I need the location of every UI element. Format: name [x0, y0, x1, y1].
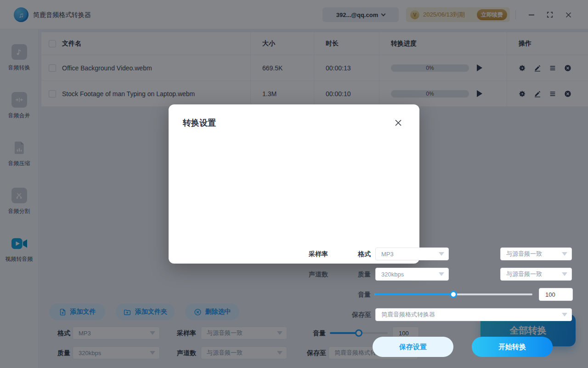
format-value: MP3	[381, 251, 394, 258]
format-select[interactable]: MP3	[375, 247, 449, 260]
save-to-value: 简鹿音频格式转换器	[381, 310, 435, 319]
close-icon	[394, 119, 402, 127]
conversion-settings-modal: 转换设置 格式 MP3 采样率 与源音频一致 质量 320kbps 声道数 与源…	[169, 104, 419, 264]
volume-label: 音量	[358, 288, 371, 301]
slider-knob[interactable]	[450, 291, 457, 298]
sample-rate-value: 与源音频一致	[506, 250, 542, 258]
volume-input[interactable]: 100	[539, 288, 573, 301]
chevron-down-icon	[562, 272, 567, 276]
quality-select[interactable]: 320kbps	[375, 268, 449, 281]
sample-rate-select[interactable]: 与源音频一致	[500, 247, 572, 260]
format-label: 格式	[358, 247, 371, 260]
chevron-down-icon	[562, 252, 567, 256]
app-window: ♫ 简鹿音频格式转换器 392...@qq.com V 2025/06/13到期…	[0, 0, 588, 368]
save-settings-button[interactable]: 保存设置	[373, 337, 453, 357]
chevron-down-icon	[439, 252, 444, 256]
save-to-label: 保存至	[351, 308, 371, 321]
modal-close-button[interactable]	[393, 117, 404, 128]
quality-value: 320kbps	[381, 271, 404, 278]
sample-rate-label: 采样率	[303, 247, 328, 260]
volume-slider[interactable]	[374, 288, 532, 301]
channels-value: 与源音频一致	[506, 270, 542, 278]
quality-label: 质量	[358, 268, 371, 281]
chevron-down-icon	[562, 313, 567, 316]
channels-label: 声道数	[303, 268, 328, 281]
chevron-down-icon	[439, 272, 444, 276]
modal-title: 转换设置	[183, 117, 216, 128]
start-convert-button[interactable]: 开始转换	[472, 337, 553, 357]
save-to-select[interactable]: 简鹿音频格式转换器	[375, 308, 572, 321]
channels-select[interactable]: 与源音频一致	[500, 268, 572, 281]
